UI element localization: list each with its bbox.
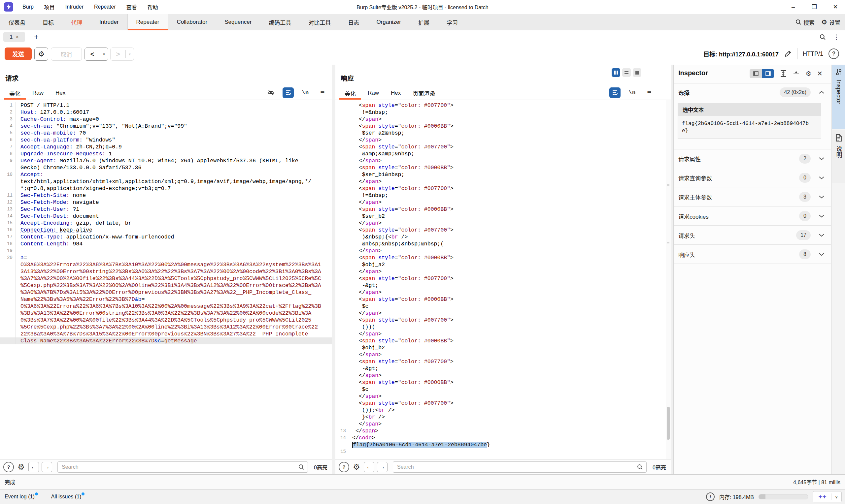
- inspector-section-row[interactable]: 请求属性 2: [674, 149, 831, 168]
- tab-close-icon[interactable]: ×: [16, 34, 18, 40]
- inspector-close-icon[interactable]: ✕: [817, 70, 823, 77]
- search-settings-gear-icon[interactable]: ⚙: [352, 463, 361, 472]
- code-line[interactable]: <span style="color: #007700">: [335, 358, 671, 365]
- code-line[interactable]: <span style="color: #0000BB">: [335, 338, 671, 344]
- layout-side-by-side-button[interactable]: [612, 68, 620, 77]
- code-line[interactable]: <span style="color: #0000BB">: [335, 164, 671, 171]
- request-search-input[interactable]: [61, 464, 296, 470]
- chevron-down-icon[interactable]: [818, 195, 825, 199]
- history-forward-button[interactable]: > ▾: [110, 48, 134, 61]
- request-editor[interactable]: 1POST / HTTP/1.12Host: 127.0.0.1:600173C…: [0, 100, 332, 459]
- code-line[interactable]: $obj_b2: [335, 344, 671, 351]
- code-line[interactable]: 4sec-ch-ua: "Chromium";v="133", "Not(A:B…: [0, 123, 332, 130]
- search-help-icon[interactable]: ?: [3, 462, 14, 472]
- module-tab[interactable]: 对比工具: [300, 14, 339, 30]
- chevron-down-icon[interactable]: [818, 214, 825, 218]
- code-line[interactable]: 5sec-ch-ua-mobile: ?0: [0, 130, 332, 137]
- code-line[interactable]: </span>: [335, 220, 671, 227]
- request-view-tab[interactable]: 美化: [3, 86, 27, 100]
- menu-item[interactable]: Repeater: [89, 4, 121, 10]
- code-line[interactable]: 8Upgrade-Insecure-Requests: 1: [0, 150, 332, 157]
- chevron-down-icon[interactable]: ▾: [100, 52, 108, 56]
- module-tab[interactable]: Collaborator: [168, 14, 216, 30]
- search-prev-button[interactable]: ←: [364, 462, 374, 472]
- code-line[interactable]: </span>: [335, 393, 671, 400]
- search-prev-button[interactable]: ←: [29, 462, 39, 472]
- code-line[interactable]: %5Cre%5Cexp.php%22%3Bs%3A7%3A%22%00%2A%0…: [0, 324, 332, 330]
- module-tab[interactable]: 仪表盘: [0, 14, 34, 30]
- global-settings-button[interactable]: ⚙ 设置: [821, 18, 840, 26]
- chevron-down-icon[interactable]: ∨: [831, 494, 841, 499]
- minimize-button[interactable]: –: [790, 4, 797, 11]
- menu-item[interactable]: 查看: [121, 3, 142, 11]
- editor-menu-icon[interactable]: ≡: [317, 87, 328, 98]
- response-view-tab[interactable]: 页面渲染: [407, 86, 441, 100]
- expand-all-icon[interactable]: [780, 70, 787, 77]
- response-view-tab[interactable]: Hex: [385, 86, 407, 100]
- code-line[interactable]: <span style="color: #007700">: [335, 143, 671, 150]
- code-line[interactable]: </span>: [335, 247, 671, 254]
- inspector-settings-gear-icon[interactable]: ⚙: [805, 70, 811, 77]
- response-search-input[interactable]: [397, 464, 634, 470]
- code-line[interactable]: &nbsp;&nbsp;&nbsp;&nbsp;(: [335, 240, 671, 247]
- history-back-button[interactable]: < ▾: [85, 48, 108, 61]
- scrollbar-thumb[interactable]: [667, 407, 670, 440]
- code-line[interactable]: 7Accept-Language: zh-CN,zh;q=0.9: [0, 143, 332, 150]
- module-tab[interactable]: 扩展: [410, 14, 438, 30]
- editor-menu-icon[interactable]: ≡: [644, 87, 655, 98]
- code-line[interactable]: </span>: [335, 330, 671, 338]
- code-line[interactable]: <span style="color: #007700">: [335, 185, 671, 192]
- code-line[interactable]: 20a=: [0, 254, 332, 261]
- hide-nonprintable-eye-off-icon[interactable]: [265, 87, 277, 98]
- code-line[interactable]: 17Content-Type: application/x-www-form-u…: [0, 234, 332, 240]
- add-tab-button[interactable]: +: [31, 32, 41, 42]
- code-line[interactable]: $ser_b2: [335, 213, 671, 220]
- code-line[interactable]: 13Sec-Fetch-User: ?1: [0, 206, 332, 213]
- code-line[interactable]: </span>: [335, 137, 671, 143]
- inspector-section-row[interactable]: 请求头 17: [674, 226, 831, 245]
- code-line[interactable]: $obj_a2: [335, 261, 671, 268]
- chevron-down-icon[interactable]: [818, 176, 825, 180]
- soft-wrap-toggle-icon[interactable]: [283, 87, 294, 98]
- menu-item[interactable]: Burp: [17, 4, 39, 10]
- code-line[interactable]: $ser_a2&nbsp;: [335, 130, 671, 137]
- response-scrollbar[interactable]: [666, 100, 671, 459]
- request-view-tab[interactable]: Hex: [50, 86, 71, 100]
- menu-item[interactable]: 帮助: [142, 3, 163, 11]
- module-tab[interactable]: 编码工具: [260, 14, 300, 30]
- code-line[interactable]: 22%3Ba%3A0%3A%7B%7Ds%3A15%3A%22%00Error%…: [0, 330, 332, 338]
- module-tab[interactable]: 日志: [339, 14, 368, 30]
- code-line[interactable]: %3A0%3A%7B%7Ds%3A15%3A%22%00Error%00prev…: [0, 289, 332, 296]
- footer-tab[interactable]: Event log (1): [5, 494, 38, 500]
- menu-item[interactable]: Intruder: [60, 4, 89, 10]
- footer-tab[interactable]: All issues (1): [51, 494, 85, 500]
- request-view-tab[interactable]: Raw: [27, 86, 50, 100]
- inspector-section-row[interactable]: 请求主体参数 3: [674, 187, 831, 206]
- code-line[interactable]: %3A7%3A%22%00%2A%00file%22%3Bs%3A44%3A%2…: [0, 275, 332, 282]
- search-settings-gear-icon[interactable]: ⚙: [17, 463, 26, 472]
- code-line[interactable]: 14Sec-Fetch-Dest: document: [0, 213, 332, 220]
- side-tab-inspector[interactable]: Inspector: [832, 65, 845, 129]
- http-version-selector[interactable]: HTTP/1: [803, 51, 823, 57]
- response-view-tab[interactable]: 美化: [339, 86, 362, 100]
- send-button[interactable]: 发送: [5, 48, 32, 60]
- code-line[interactable]: flag{2b6a0106-5cd1-4614-a7e1-2eb8894047b…: [335, 441, 671, 448]
- code-line[interactable]: Class_Name%22%3Bs%3A5%3A%22Error%22%3B%7…: [0, 338, 332, 344]
- code-line[interactable]: 13 </span>: [335, 428, 671, 434]
- code-line[interactable]: $c: [335, 303, 671, 310]
- code-line[interactable]: !=&nbsp;: [335, 109, 671, 116]
- search-help-icon[interactable]: ?: [339, 462, 349, 472]
- code-line[interactable]: 15: [335, 448, 671, 455]
- code-line[interactable]: 2Host: 127.0.0.1:60017: [0, 109, 332, 116]
- code-line[interactable]: <span style="color: #0000BB">: [335, 254, 671, 261]
- dock-left-button[interactable]: [750, 69, 762, 78]
- code-line[interactable]: <span style="color: #007700">: [335, 400, 671, 407]
- code-line[interactable]: 15Accept-Encoding: gzip, deflate, br: [0, 220, 332, 227]
- info-icon[interactable]: i: [706, 492, 715, 501]
- code-line[interactable]: !=&nbsp;: [335, 192, 671, 199]
- repeater-tab-1[interactable]: 1 ×: [3, 32, 25, 42]
- code-line[interactable]: 3A13%3A%22%00Error%00string%22%3Bs%3A0%3…: [0, 268, 332, 275]
- code-line[interactable]: <span style="color: #007700">: [335, 317, 671, 324]
- code-line[interactable]: </span>: [335, 116, 671, 123]
- code-line[interactable]: 6sec-ch-ua-platform: "Windows": [0, 137, 332, 143]
